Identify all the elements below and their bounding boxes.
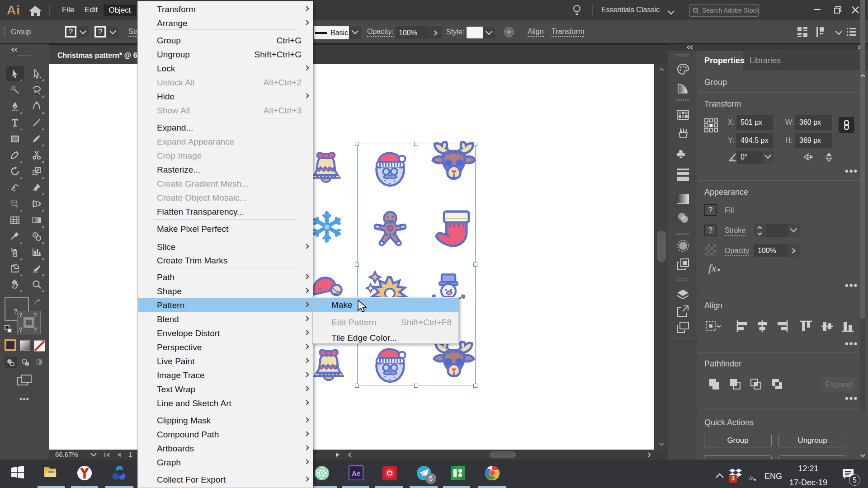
svg-text:Ae: Ae xyxy=(352,469,360,477)
